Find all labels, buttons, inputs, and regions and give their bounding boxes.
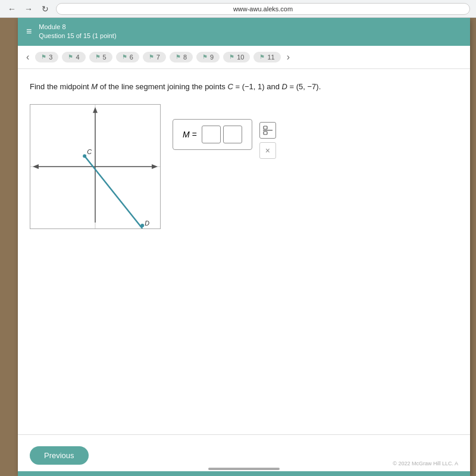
svg-rect-14 xyxy=(264,131,267,134)
teal-stripe xyxy=(18,471,470,476)
svg-text:C: C xyxy=(87,148,92,155)
question-info: Question 15 of 15 (1 point) xyxy=(39,32,116,40)
refresh-button[interactable]: ↻ xyxy=(39,3,51,15)
midpoint-answer-box: M = xyxy=(173,119,252,150)
question-text: Find the midpoint M of the line segment … xyxy=(30,81,458,93)
clear-button[interactable]: × xyxy=(259,142,276,159)
midpoint-label: M = xyxy=(183,130,197,139)
nav-left-arrow[interactable]: ‹ xyxy=(24,52,32,62)
url-bar[interactable]: www-awu.aleks.com xyxy=(56,3,470,15)
content-area: Find the midpoint M of the line segment … xyxy=(18,69,470,242)
header-text: Module 8 Question 15 of 15 (1 point) xyxy=(39,23,116,41)
svg-point-10 xyxy=(140,224,144,227)
previous-button[interactable]: Previous xyxy=(30,446,89,465)
svg-point-8 xyxy=(83,154,86,158)
svg-marker-5 xyxy=(152,164,158,169)
q-badge-3[interactable]: ⚑3 xyxy=(35,52,58,62)
fraction-button[interactable] xyxy=(259,122,276,139)
q-badge-7[interactable]: ⚑7 xyxy=(143,52,166,62)
q-badge-6[interactable]: ⚑6 xyxy=(116,52,139,62)
q-badge-10[interactable]: ⚑10 xyxy=(223,52,250,62)
q-badge-5[interactable]: ⚑5 xyxy=(89,52,112,62)
coordinate-graph: C D xyxy=(30,104,161,229)
copyright-text: © 2022 McGraw Hill LLC. A xyxy=(393,461,458,466)
svg-marker-6 xyxy=(33,164,39,169)
svg-text:D: D xyxy=(145,220,149,227)
q-badge-8[interactable]: ⚑8 xyxy=(170,52,193,62)
nav-right-arrow[interactable]: › xyxy=(284,52,292,62)
browser-chrome: ← → ↻ www-awu.aleks.com xyxy=(0,0,476,18)
forward-button[interactable]: → xyxy=(23,3,35,15)
scrollbar[interactable] xyxy=(208,468,280,470)
q-badge-9[interactable]: ⚑9 xyxy=(196,52,220,62)
svg-marker-3 xyxy=(93,107,98,113)
y-coord-input[interactable] xyxy=(223,126,242,143)
x-coord-input[interactable] xyxy=(202,126,221,143)
bottom-bar: Previous xyxy=(18,434,470,476)
svg-rect-12 xyxy=(264,126,267,129)
back-button[interactable]: ← xyxy=(6,3,18,15)
module-label: Module 8 xyxy=(39,23,116,32)
question-nav: ‹ ⚑3 ⚑4 ⚑5 ⚑6 ⚑7 ⚑8 ⚑9 ⚑10 ⚑11 › xyxy=(18,46,470,69)
side-buttons: × xyxy=(259,122,276,159)
coord-inputs xyxy=(202,126,242,143)
q-badge-4[interactable]: ⚑4 xyxy=(62,52,85,62)
work-area: C D M = xyxy=(30,104,458,229)
close-icon: × xyxy=(265,146,270,155)
header-bar: ≡ Module 8 Question 15 of 15 (1 point) xyxy=(18,18,470,46)
q-badge-11[interactable]: ⚑11 xyxy=(253,52,280,62)
hamburger-icon[interactable]: ≡ xyxy=(26,26,32,37)
paper-content: ≡ Module 8 Question 15 of 15 (1 point) ‹… xyxy=(18,18,470,476)
url-text: www-awu.aleks.com xyxy=(233,5,293,12)
